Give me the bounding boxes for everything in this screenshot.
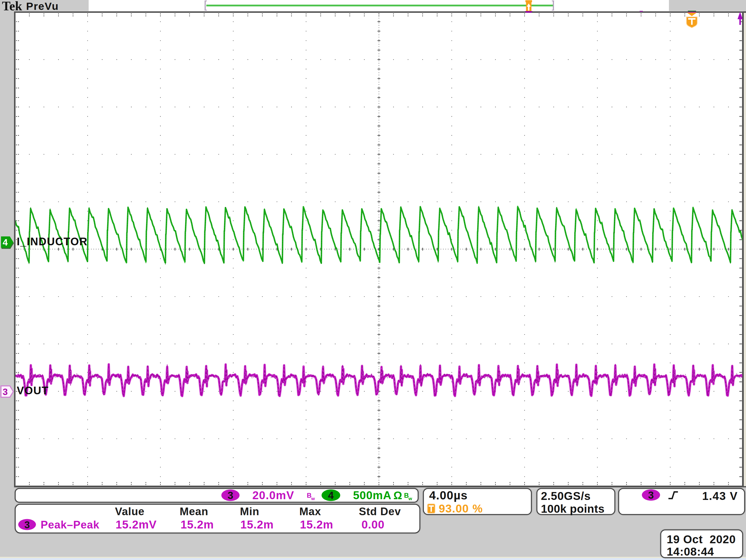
- svg-text:4.00µs: 4.00µs: [429, 489, 468, 502]
- svg-text:Peak–Peak: Peak–Peak: [40, 519, 99, 531]
- svg-text:Min: Min: [240, 505, 259, 517]
- svg-text:15.2m: 15.2m: [240, 518, 274, 531]
- svg-text:Tek: Tek: [2, 0, 22, 13]
- svg-text:w: w: [408, 496, 412, 501]
- svg-text:Max: Max: [299, 505, 321, 517]
- svg-text:3: 3: [228, 489, 233, 501]
- svg-text:14:08:44: 14:08:44: [667, 545, 714, 558]
- svg-text:20.0mV: 20.0mV: [252, 489, 294, 502]
- svg-text:4: 4: [3, 237, 8, 248]
- svg-text:15.2mV: 15.2mV: [115, 518, 156, 531]
- svg-text:I_INDUCTOR: I_INDUCTOR: [17, 235, 88, 248]
- svg-text:3: 3: [24, 520, 30, 530]
- svg-text:500mA: 500mA: [353, 489, 392, 502]
- svg-text:93.00 %: 93.00 %: [439, 502, 483, 515]
- svg-text:Mean: Mean: [180, 505, 208, 517]
- svg-text:B: B: [404, 492, 409, 499]
- svg-text:w: w: [311, 496, 315, 501]
- svg-text:B: B: [307, 492, 312, 499]
- svg-text:PreVu: PreVu: [26, 0, 59, 12]
- svg-text:1.43 V: 1.43 V: [702, 489, 738, 502]
- svg-text:19 Oct 2020: 19 Oct 2020: [667, 533, 736, 546]
- svg-text:Ω: Ω: [394, 489, 402, 501]
- svg-text:3: 3: [3, 387, 8, 397]
- svg-text:4: 4: [328, 489, 334, 501]
- svg-text:0.00: 0.00: [362, 518, 384, 531]
- svg-text:Std Dev: Std Dev: [359, 505, 401, 517]
- svg-text:15.2m: 15.2m: [180, 518, 214, 531]
- svg-text:Value: Value: [115, 505, 145, 517]
- svg-text:VOUT: VOUT: [17, 385, 49, 396]
- svg-text:100k points: 100k points: [541, 502, 605, 515]
- svg-text:2.50GS/s: 2.50GS/s: [541, 489, 591, 502]
- svg-text:3: 3: [648, 489, 654, 501]
- svg-text:15.2m: 15.2m: [300, 518, 333, 531]
